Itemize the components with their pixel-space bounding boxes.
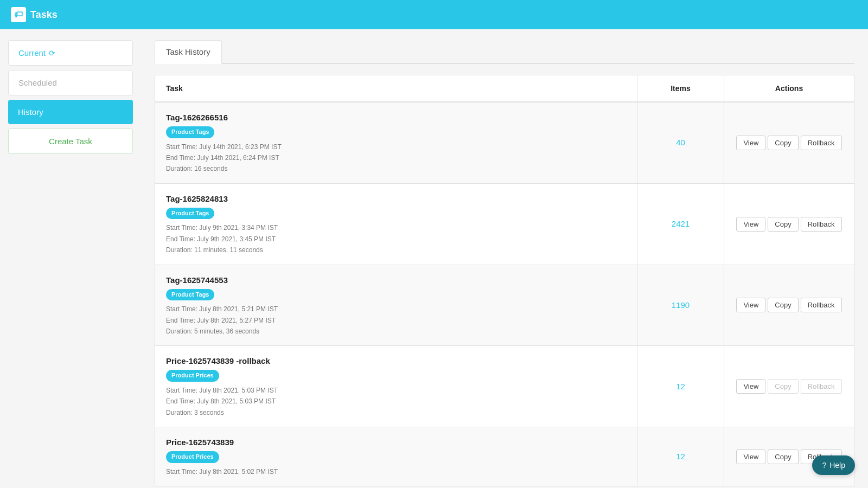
sidebar: Current ⟳ Scheduled History Create Task bbox=[0, 29, 141, 488]
sidebar-item-create-task[interactable]: Create Task bbox=[8, 129, 133, 154]
action-rollback-button: Rollback bbox=[801, 379, 842, 394]
task-cell-info: Price-1625743839 Product Prices Start Ti… bbox=[155, 427, 637, 486]
help-label: Help bbox=[829, 461, 845, 470]
task-cell-info: Tag-1626266516 Product Tags Start Time: … bbox=[155, 102, 637, 183]
sidebar-current-label: Current bbox=[18, 48, 46, 57]
action-copy-button[interactable]: Copy bbox=[768, 450, 798, 464]
task-badge: Product Prices bbox=[166, 451, 219, 463]
brand-label: Tasks bbox=[30, 9, 58, 21]
table-row: Tag-1625824813 Product Tags Start Time: … bbox=[155, 183, 854, 265]
action-view-button[interactable]: View bbox=[736, 136, 765, 150]
brand: 🏷 Tasks bbox=[11, 7, 58, 22]
task-meta: Start Time: July 8th 2021, 5:02 PM IST bbox=[166, 466, 626, 477]
task-cell-actions: ViewCopyRollback bbox=[724, 346, 854, 427]
action-copy-button[interactable]: Copy bbox=[768, 298, 798, 312]
sidebar-scheduled-label: Scheduled bbox=[18, 78, 57, 87]
col-items: Items bbox=[637, 75, 724, 101]
action-view-button[interactable]: View bbox=[736, 217, 765, 232]
col-task: Task bbox=[155, 75, 637, 101]
tab-bar: Task History bbox=[155, 40, 854, 64]
task-cell-actions: ViewCopyRollback bbox=[724, 184, 854, 265]
task-name: Price-1625743839 -rollback bbox=[166, 355, 626, 368]
task-name: Price-1625743839 bbox=[166, 436, 626, 449]
task-name: Tag-1625744553 bbox=[166, 274, 626, 287]
col-actions: Actions bbox=[724, 75, 854, 101]
action-rollback-button[interactable]: Rollback bbox=[801, 298, 842, 312]
task-cell-items: 40 bbox=[637, 102, 724, 183]
table-header: Task Items Actions bbox=[155, 75, 854, 102]
task-table: Task Items Actions Tag-1626266516 Produc… bbox=[155, 75, 854, 486]
task-name: Tag-1626266516 bbox=[166, 111, 626, 124]
sidebar-create-task-label: Create Task bbox=[49, 137, 92, 146]
task-badge: Product Prices bbox=[166, 370, 219, 382]
action-view-button[interactable]: View bbox=[736, 298, 765, 312]
spinner-icon: ⟳ bbox=[49, 49, 55, 57]
task-cell-items: 12 bbox=[637, 346, 724, 427]
sidebar-history-label: History bbox=[18, 107, 43, 117]
task-cell-items: 12 bbox=[637, 427, 724, 486]
action-rollback-button[interactable]: Rollback bbox=[801, 136, 842, 150]
action-copy-button: Copy bbox=[768, 379, 798, 394]
task-name: Tag-1625824813 bbox=[166, 192, 626, 206]
task-cell-items: 2421 bbox=[637, 184, 724, 265]
table-row: Tag-1625744553 Product Tags Start Time: … bbox=[155, 265, 854, 346]
main-content: Task History Task Items Actions Tag-1626… bbox=[141, 29, 868, 488]
app-layout: Current ⟳ Scheduled History Create Task … bbox=[0, 29, 868, 488]
task-cell-actions: ViewCopyRollback bbox=[724, 102, 854, 183]
task-badge: Product Tags bbox=[166, 126, 214, 138]
sidebar-item-history[interactable]: History bbox=[8, 100, 133, 124]
help-icon: ? bbox=[822, 461, 826, 470]
task-meta: Start Time: July 8th 2021, 5:21 PM IST E… bbox=[166, 304, 626, 337]
task-meta: Start Time: July 14th 2021, 6:23 PM IST … bbox=[166, 142, 626, 175]
help-button[interactable]: ? Help bbox=[812, 455, 855, 475]
task-cell-items: 1190 bbox=[637, 265, 724, 346]
table-row: Price-1625743839 -rollback Product Price… bbox=[155, 345, 854, 427]
brand-icon: 🏷 bbox=[11, 7, 26, 22]
task-cell-info: Tag-1625744553 Product Tags Start Time: … bbox=[155, 265, 637, 346]
task-cell-actions: ViewCopyRollback bbox=[724, 265, 854, 346]
sidebar-item-scheduled[interactable]: Scheduled bbox=[8, 70, 133, 95]
task-cell-info: Tag-1625824813 Product Tags Start Time: … bbox=[155, 184, 637, 265]
task-cell-info: Price-1625743839 -rollback Product Price… bbox=[155, 346, 637, 427]
sidebar-item-current[interactable]: Current ⟳ bbox=[8, 40, 133, 66]
action-view-button[interactable]: View bbox=[736, 450, 765, 464]
table-body: Tag-1626266516 Product Tags Start Time: … bbox=[155, 102, 854, 486]
action-copy-button[interactable]: Copy bbox=[768, 136, 798, 150]
task-badge: Product Tags bbox=[166, 208, 214, 220]
task-meta: Start Time: July 8th 2021, 5:03 PM IST E… bbox=[166, 385, 626, 418]
task-meta: Start Time: July 9th 2021, 3:34 PM IST E… bbox=[166, 222, 626, 255]
action-rollback-button[interactable]: Rollback bbox=[801, 217, 842, 232]
table-row: Price-1625743839 Product Prices Start Ti… bbox=[155, 427, 854, 486]
table-row: Tag-1626266516 Product Tags Start Time: … bbox=[155, 102, 854, 183]
task-badge: Product Tags bbox=[166, 289, 214, 301]
tab-task-history[interactable]: Task History bbox=[155, 40, 222, 64]
action-view-button[interactable]: View bbox=[736, 379, 765, 394]
action-copy-button[interactable]: Copy bbox=[768, 217, 798, 232]
app-header: 🏷 Tasks bbox=[0, 0, 868, 29]
